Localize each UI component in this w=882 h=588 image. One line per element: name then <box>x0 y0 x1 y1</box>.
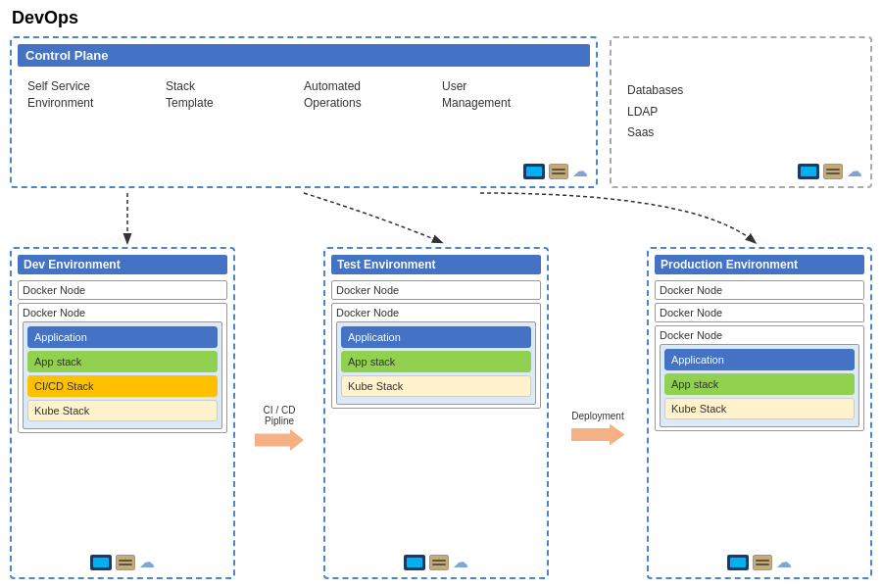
test-appstack: App stack <box>341 351 531 372</box>
ext-databases: Databases <box>627 80 855 102</box>
ext-server-icon <box>823 164 843 179</box>
test-docker-inner-wrapper: Docker Node Application App stack Kube S… <box>331 303 541 409</box>
environments: Dev Environment Docker Node Docker Node … <box>10 247 872 579</box>
cp-item-user-mgmt: UserManagement <box>442 78 580 112</box>
dev-monitor-icon <box>90 555 112 570</box>
cicd-connector: CI / CDPipline <box>245 247 314 579</box>
cicd-arrow <box>255 429 304 451</box>
dev-app: Application <box>27 326 218 348</box>
prod-environment: Production Environment Docker Node Docke… <box>647 247 872 579</box>
prod-cloud-icon: ☁ <box>776 553 792 571</box>
ext-cloud-icon: ☁ <box>847 162 862 180</box>
control-plane-box: Control Plane Self ServiceEnvironment St… <box>10 36 598 188</box>
prod-monitor-icon <box>727 555 749 570</box>
prod-icons: ☁ <box>727 553 792 571</box>
cloud-icon: ☁ <box>572 162 588 180</box>
test-app: Application <box>341 326 531 348</box>
dev-kube-stack: Kube Stack <box>27 400 218 421</box>
dev-cloud-icon: ☁ <box>139 553 155 571</box>
test-cloud-icon: ☁ <box>453 553 468 571</box>
control-plane-items: Self ServiceEnvironment StackTemplate Au… <box>18 74 590 116</box>
prod-env-title: Production Environment <box>655 255 864 274</box>
dev-server-icon <box>116 555 135 570</box>
prod-kube-stack: Kube Stack <box>664 398 855 419</box>
ext-monitor-icon <box>798 164 819 179</box>
test-kube-stack: Kube Stack <box>341 375 531 397</box>
dev-cicd-stack: CI/CD Stack <box>27 375 218 397</box>
ext-icons: ☁ <box>798 162 862 180</box>
page-title: DevOps <box>0 0 882 36</box>
prod-app: Application <box>664 349 855 370</box>
cp-icons: ☁ <box>523 162 588 180</box>
prod-docker-outer2: Docker Node <box>655 303 864 322</box>
test-monitor-icon <box>404 555 425 570</box>
prod-docker-inner-wrapper: Docker Node Application App stack Kube S… <box>655 325 864 431</box>
test-docker-outer: Docker Node <box>331 280 541 300</box>
ext-ldap: LDAP <box>627 102 855 123</box>
external-services-box: Databases LDAP Saas ☁ <box>610 36 872 188</box>
test-docker-inner: Application App stack Kube Stack <box>336 321 536 405</box>
monitor-icon <box>523 164 545 179</box>
dev-docker-outer: Docker Node <box>18 280 227 300</box>
prod-server-icon <box>753 555 772 570</box>
prod-docker-outer1: Docker Node <box>655 280 864 300</box>
prod-appstack: App stack <box>664 373 855 395</box>
test-server-icon <box>429 555 449 570</box>
prod-docker-inner: Application App stack Kube Stack <box>660 344 859 427</box>
test-icons: ☁ <box>404 553 468 571</box>
dev-icons: ☁ <box>90 553 155 571</box>
deployment-connector: Deployment <box>559 247 637 579</box>
deployment-label: Deployment <box>571 411 623 421</box>
dev-env-title: Dev Environment <box>18 255 227 274</box>
arrow-area <box>10 188 872 247</box>
dev-environment: Dev Environment Docker Node Docker Node … <box>10 247 235 579</box>
cp-item-stack-template: StackTemplate <box>166 78 304 112</box>
cp-item-self-service: Self ServiceEnvironment <box>27 78 166 112</box>
test-environment: Test Environment Docker Node Docker Node… <box>323 247 549 579</box>
ext-saas: Saas <box>627 122 855 144</box>
dev-appstack: App stack <box>27 351 218 372</box>
control-plane-label: Control Plane <box>18 44 590 67</box>
server-icon <box>549 164 568 179</box>
cicd-label: CI / CDPipline <box>264 405 296 426</box>
deployment-arrow <box>571 424 625 446</box>
dev-docker-inner-wrapper: Docker Node Application App stack CI/CD … <box>18 303 227 433</box>
cp-item-automated-ops: AutomatedOperations <box>304 78 442 112</box>
dev-docker-inner: Application App stack CI/CD Stack Kube S… <box>23 321 222 429</box>
test-env-title: Test Environment <box>331 255 541 274</box>
